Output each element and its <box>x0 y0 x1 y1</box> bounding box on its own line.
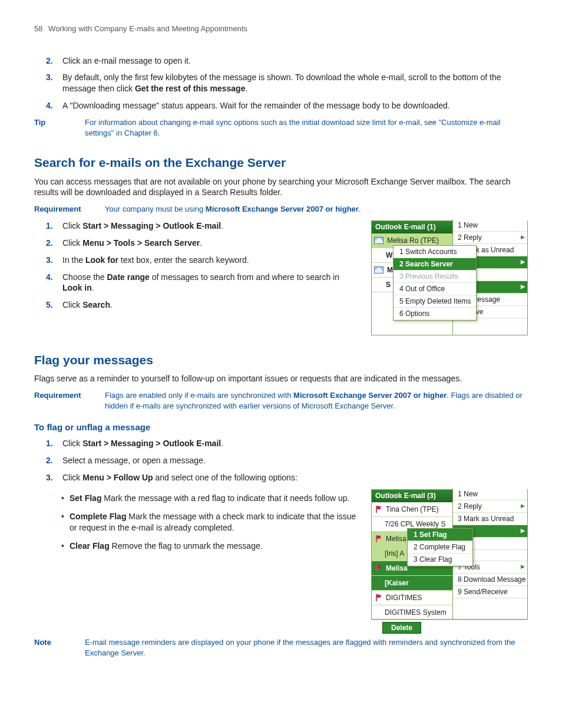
step-text: In the <box>62 255 85 265</box>
step-bold: Menu > Tools > Search Server <box>82 238 200 248</box>
menu-label: 1 New <box>458 221 478 229</box>
step-text-after: . <box>221 221 223 230</box>
step-text: Click <box>62 473 82 482</box>
step-2: 2. Click an e-mail message to open it. <box>34 55 528 67</box>
page-header: 58 Working with Company E-mails and Meet… <box>34 24 528 34</box>
flag-icon <box>374 564 382 572</box>
tip-body: For information about changing e-mail sy… <box>85 117 528 138</box>
row-text: [Iris] A <box>385 550 404 557</box>
menu-label: 2 Search Server <box>399 260 453 268</box>
requirement-label: Requirement <box>34 390 105 411</box>
step-text: By default, only the first few kilobytes… <box>62 73 501 93</box>
menu-label: 1 Set Flag <box>414 531 447 539</box>
step-text: Click <box>62 300 82 309</box>
step-number: 1. <box>46 220 53 232</box>
note-label: Note <box>34 637 85 658</box>
menu-label: 9 Send/Receive <box>458 588 508 596</box>
note: Note E-mail message reminders are displa… <box>34 637 528 658</box>
step-4: 4. A "Downloading message" status appear… <box>34 100 528 111</box>
row-text: 7/26 CPL Weekly S <box>385 521 445 528</box>
flag-step-3: 3. Click Menu > Follow Up and select one… <box>34 472 528 483</box>
option-bold: Complete Flag <box>70 512 126 521</box>
submenu-clear-flag[interactable]: 3 Clear Flag <box>408 554 472 566</box>
menu-label: 2 Complete Flag <box>414 543 465 551</box>
mail-icon <box>374 266 384 274</box>
section-heading-flag: Flag your messages <box>34 352 528 368</box>
sender-name: Melisa <box>386 565 408 572</box>
menu-label: 2 Reply <box>458 502 482 510</box>
search-step-5: 5. Click Search. <box>34 299 359 311</box>
subsection-heading-flag: To flag or unflag a message <box>34 421 528 433</box>
page-number: 58 <box>34 24 42 33</box>
flag-step-1: 1. Click Start > Messaging > Outlook E-m… <box>34 438 528 449</box>
search-requirement: Requirement Your company must be using M… <box>34 204 528 215</box>
option-set-flag: Set Flag Mark the message with a red fla… <box>34 493 359 504</box>
flag-intro: Flags serve as a reminder to yourself to… <box>34 373 528 384</box>
step-text-after: . <box>221 439 223 448</box>
step-bold: Start > Messaging > Outlook E-mail <box>82 221 221 230</box>
tip-label: Tip <box>34 117 85 138</box>
step-number: 5. <box>46 299 53 311</box>
menu-label: 3 Clear Flag <box>414 555 452 564</box>
step-number: 2. <box>46 455 53 466</box>
requirement-body: Flags are enabled only if e-mails are sy… <box>105 390 528 411</box>
requirement-label: Requirement <box>34 204 105 215</box>
step-text: Click <box>62 238 82 248</box>
flag-step-2: 2. Select a message, or open a message. <box>34 455 528 466</box>
menu-label: 6 Options <box>399 309 429 318</box>
submenu-complete-flag[interactable]: 2 Complete Flag <box>408 541 472 554</box>
menu-label: 8 Download Message <box>458 575 525 584</box>
menu-label: 4 Out of Office <box>399 285 445 293</box>
followup-submenu: 1 Set Flag 2 Complete Flag 3 Clear Flag <box>407 528 473 566</box>
submenu-set-flag[interactable]: 1 Set Flag <box>408 529 472 541</box>
menu-item-new[interactable]: 1 New <box>453 488 527 500</box>
step-text-after: . <box>245 84 247 93</box>
search-steps: 1. Click Start > Messaging > Outlook E-m… <box>34 220 359 311</box>
phone-title: Outlook E-mail (1) <box>375 223 436 230</box>
step-number: 2. <box>46 55 53 67</box>
step-text-after: text box, enter the search keyword. <box>118 255 249 265</box>
menu-item-mark-unread[interactable]: 3 Mark as Unread <box>453 513 527 525</box>
menu-item-reply[interactable]: 2 Reply <box>453 500 527 513</box>
flag-icon <box>374 594 382 602</box>
submenu-out-of-office[interactable]: 4 Out of Office <box>394 283 476 295</box>
tools-submenu: 1 Switch Accounts 2 Search Server 3 Prev… <box>393 245 477 321</box>
phone-screenshot-search: Outlook E-mail (1) 1 New 2 Reply 3 Mark … <box>371 220 528 335</box>
sender-name: Tina Chen (TPE) <box>386 506 439 513</box>
step-text: Click an e-mail message to open it. <box>62 56 191 65</box>
submenu-search-server[interactable]: 2 Search Server <box>394 258 476 271</box>
submenu-empty-deleted[interactable]: 5 Empty Deleted Items <box>394 295 476 308</box>
search-step-1: 1. Click Start > Messaging > Outlook E-m… <box>34 220 359 232</box>
option-complete-flag: Complete Flag Mark the message with a ch… <box>34 511 359 533</box>
phone-title: Outlook E-mail (3) <box>375 492 436 499</box>
requirement-body: Your company must be using Microsoft Exc… <box>105 204 528 215</box>
menu-item-send-receive[interactable]: 9 Send/Receive <box>453 586 527 598</box>
menu-item-new[interactable]: 1 New <box>453 219 527 232</box>
submenu-switch-accounts[interactable]: 1 Switch Accounts <box>394 246 476 258</box>
step-text: Click <box>62 221 82 230</box>
step-3: 3. By default, only the first few kiloby… <box>34 72 528 94</box>
delete-button[interactable]: Delete <box>382 622 421 634</box>
menu-label: 3 Mark as Unread <box>458 515 514 523</box>
menu-item-download-message[interactable]: 8 Download Message <box>453 574 527 586</box>
section-heading-search: Search for e-mails on the Exchange Serve… <box>34 154 528 171</box>
menu-label: 5 Empty Deleted Items <box>399 297 471 305</box>
search-step-2: 2. Click Menu > Tools > Search Server. <box>34 238 359 249</box>
step-bold: Date range <box>107 272 150 282</box>
row-text: W <box>386 252 392 259</box>
chapter-title: Working with Company E-mails and Meeting… <box>48 24 247 33</box>
step-bold-2: Look in <box>62 283 92 292</box>
option-bold: Clear Flag <box>70 541 110 551</box>
sender-name: Melisa <box>386 535 406 542</box>
step-bold: Menu > Follow Up <box>82 473 153 482</box>
step-bold: Get the rest of this message <box>135 84 246 93</box>
flag-steps: 1. Click Start > Messaging > Outlook E-m… <box>34 438 528 483</box>
sender-name: DIGITIMES <box>386 594 422 601</box>
step-text: Choose the <box>62 272 107 282</box>
menu-item-reply[interactable]: 2 Reply <box>453 232 527 244</box>
step-bold: Look for <box>85 255 118 265</box>
search-step-3: 3. In the Look for text box, enter the s… <box>34 255 359 266</box>
note-body: E-mail message reminders are displayed o… <box>85 637 528 658</box>
step-bold: Search <box>82 300 110 309</box>
submenu-options[interactable]: 6 Options <box>394 308 476 320</box>
